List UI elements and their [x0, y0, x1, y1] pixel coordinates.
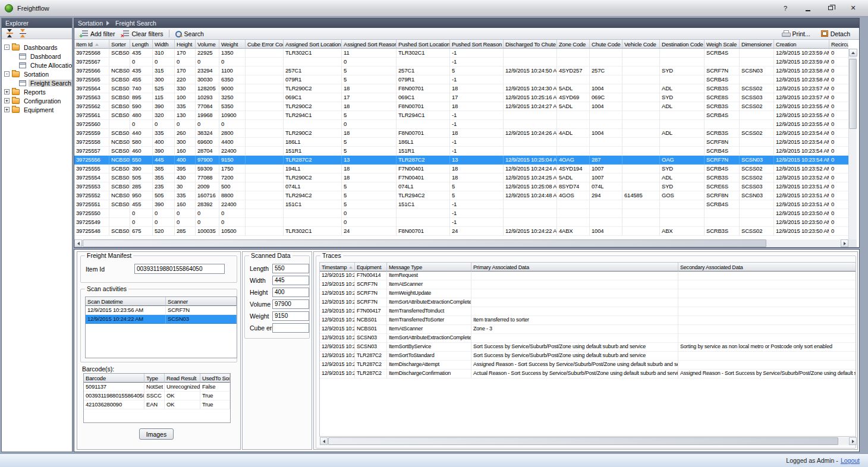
tree-expander[interactable]: - — [4, 71, 10, 77]
table-row[interactable]: 39725565SCBS01455300220300306350079R1507… — [74, 75, 848, 84]
table-row[interactable]: 39725555SCBS01390385395593091750194L118F… — [74, 165, 848, 173]
table-row[interactable]: 39725549000000-112/9/2015 10:23:50 AM0 — [74, 218, 848, 227]
traces-horizontal-scrollbar[interactable] — [320, 437, 857, 445]
column-header-chute-code[interactable]: Chute Code — [590, 40, 622, 49]
column-header-destination-code[interactable]: Destination Code — [660, 40, 705, 49]
table-row[interactable]: 39725564SCBS017405253301282059000TLR290C… — [74, 84, 848, 93]
cube-error-field[interactable] — [272, 323, 309, 333]
table-row[interactable]: 12/9/2015 10:2F7N00417ItemTransferredToI… — [320, 307, 856, 316]
table-row[interactable]: 39725567000000-112/9/2015 10:23:59 AM0 — [74, 58, 848, 67]
column-header-height[interactable]: Height — [175, 40, 196, 49]
expand-all-icon[interactable] — [19, 30, 27, 37]
column-header-vehicle-code[interactable]: Vehicle Code — [622, 40, 660, 49]
tree-item-freight-search[interactable]: Freight Search — [2, 78, 72, 87]
column-header-secondary-associated-data[interactable]: Secondary Associated Data — [678, 263, 856, 272]
table-row[interactable]: 39725566NCBS01435315170232941100257C1525… — [74, 67, 848, 75]
table-row[interactable]: 39725560000000-112/9/2015 10:23:55 AM0 — [74, 120, 848, 129]
length-field[interactable] — [272, 264, 309, 273]
scroll-thumb[interactable] — [328, 437, 838, 445]
column-header-pushed-sort-reason[interactable]: Pushed Sort Reason — [450, 40, 504, 49]
volume-field[interactable] — [272, 299, 309, 309]
horizontal-scrollbar[interactable] — [74, 239, 848, 247]
column-header-sorter[interactable]: Sorter — [109, 40, 130, 49]
column-header-type[interactable]: Type — [144, 374, 165, 383]
tree-item-equipment[interactable]: +Equipment — [2, 105, 72, 114]
table-row[interactable]: 12/9/2015 10:2TLR287C2ItemDischargeAttem… — [320, 361, 856, 370]
width-field[interactable] — [272, 276, 309, 285]
table-row[interactable]: 12/9/2015 10:2SCSN03ItemSortAttributeExt… — [320, 334, 856, 343]
collapse-all-icon[interactable] — [6, 30, 14, 37]
table-row[interactable]: 39725550000000-112/9/2015 10:23:50 AM0 — [74, 209, 848, 218]
column-header-pushed-sort-location[interactable]: Pushed Sort Location — [397, 40, 450, 49]
add-filter-button[interactable]: Add filter — [77, 30, 118, 38]
table-row[interactable]: 39725552NCBS019505053351607168800TLR294C… — [74, 191, 848, 200]
column-header-dimensioner[interactable]: Dimensioner — [740, 40, 774, 49]
table-row[interactable]: 39725563SCBS01895115100102933250069C1170… — [74, 93, 848, 102]
tree-item-sortation[interactable]: -Sortation — [2, 70, 72, 78]
scroll-left-button[interactable] — [320, 437, 328, 445]
column-header-assigned-sort-location[interactable]: Assigned Sort Location — [284, 40, 342, 49]
table-row[interactable]: 39725554SCBS01505355430770887200TLR290C2… — [74, 173, 848, 182]
table-row[interactable]: 39725558NCBS01580400300696004400186L1518… — [74, 138, 848, 147]
tree-expander[interactable]: + — [4, 107, 10, 112]
scroll-thumb[interactable] — [849, 59, 857, 129]
table-row[interactable]: 39725556NCBS01550445400979009150TLR287C2… — [74, 156, 848, 165]
table-row[interactable]: 12/9/2015 10:2NCBS01ItemTransferredToSor… — [320, 316, 856, 325]
weight-field[interactable] — [272, 311, 309, 321]
table-row[interactable]: 39725557SCBS014603901602870422400151R151… — [74, 147, 848, 156]
table-row[interactable]: 12/9/2015 10:2TLR287C2ItemSortToStandard… — [320, 352, 856, 361]
table-row[interactable]: 12/9/2015 10:2SCRF7NItemSortAttributeExt… — [320, 298, 856, 307]
print-button[interactable]: Print... — [778, 30, 813, 38]
tree-item-chute-allocations[interactable]: Chute Allocations — [2, 61, 72, 70]
column-header-discharged-to-chute[interactable]: Discharged To Chute — [504, 40, 557, 49]
column-header-cube-error-code[interactable]: Cube Error Code — [246, 40, 284, 49]
logout-link[interactable]: Logout — [841, 457, 860, 464]
table-row[interactable]: 39725553SCBS01285235302009500074L15074L1… — [74, 182, 848, 191]
column-header-scan-datetime[interactable]: Scan Datetime — [86, 297, 166, 306]
table-row[interactable]: 12/9/2015 10:23:56 AMSCRF7N — [86, 306, 237, 315]
height-field[interactable] — [272, 288, 309, 297]
column-header-barcode[interactable]: Barcode — [84, 374, 144, 383]
column-header-usedto-sort[interactable]: UsedTo Sort — [200, 374, 230, 383]
scroll-right-button[interactable] — [849, 437, 857, 445]
scroll-left-button[interactable] — [74, 239, 82, 247]
tree-item-dashboards[interactable]: -Dashboards — [2, 43, 72, 52]
table-row[interactable]: 39725548SCBS0167552028510003510500TLR302… — [74, 227, 848, 236]
table-row[interactable]: 12/9/2015 10:2TLR287C2ItemDischargeConfi… — [320, 370, 856, 378]
vertical-scrollbar[interactable] — [848, 49, 857, 239]
table-row[interactable]: 12/9/2015 10:2SCRF7NItemWeightUpdate — [320, 289, 856, 298]
column-header-equipment[interactable]: Equipment — [355, 263, 387, 272]
column-header-zone-code[interactable]: Zone Code — [557, 40, 590, 49]
column-header-recirculation[interactable]: Recirculation — [829, 40, 848, 49]
tree-expander[interactable]: + — [4, 89, 10, 94]
column-header-width[interactable]: Width — [153, 40, 175, 49]
table-row[interactable]: 421036280090EANOKTrue — [84, 400, 230, 409]
column-header-assigned-sort-reason[interactable]: Assigned Sort Reason — [342, 40, 397, 49]
help-button[interactable]: ? — [781, 4, 790, 12]
table-row[interactable]: 39725561SCBS014803201301996810900TLR294C… — [74, 111, 848, 120]
minimize-button[interactable] — [804, 4, 812, 12]
tree-expander[interactable]: + — [4, 98, 10, 103]
breadcrumb-part[interactable]: Sortation — [78, 18, 103, 28]
scroll-up-button[interactable] — [849, 49, 857, 56]
table-row[interactable]: 39725568SCBS01435310170229251350TLR302C1… — [74, 49, 848, 58]
clear-filters-button[interactable]: Clear filters — [118, 30, 166, 38]
column-header-weigh-scale[interactable]: Weigh Scale — [705, 40, 740, 49]
item-id-field[interactable] — [134, 264, 225, 274]
table-row[interactable]: 39725551SCBS014553901602839222400151C151… — [74, 200, 848, 209]
table-row[interactable]: 12/9/2015 10:2NCBS01ItemAtScannerZone - … — [320, 325, 856, 334]
restore-button[interactable] — [826, 4, 835, 12]
table-row[interactable]: 12/9/2015 10:24:22 AMSCSN03 — [86, 315, 237, 324]
column-header-message-type[interactable]: Message Type — [387, 263, 471, 272]
column-header-weight[interactable]: Weight — [219, 40, 246, 49]
close-button[interactable]: ✕ — [849, 4, 857, 12]
scroll-right-button[interactable] — [841, 239, 848, 247]
column-header-timestamp[interactable]: Timestamp — [320, 263, 355, 272]
column-header-primary-associated-data[interactable]: Primary Associated Data — [471, 263, 678, 272]
column-header-item-id[interactable]: Item Id — [74, 40, 109, 49]
tree-expander[interactable]: - — [4, 45, 10, 50]
column-header-volume[interactable]: Volume — [196, 40, 219, 49]
search-button[interactable]: Search — [171, 30, 207, 38]
table-row[interactable]: 12/9/2015 10:2F7N00414ItemRequest — [320, 272, 856, 280]
breadcrumb-part[interactable]: Freight Search — [115, 18, 156, 28]
